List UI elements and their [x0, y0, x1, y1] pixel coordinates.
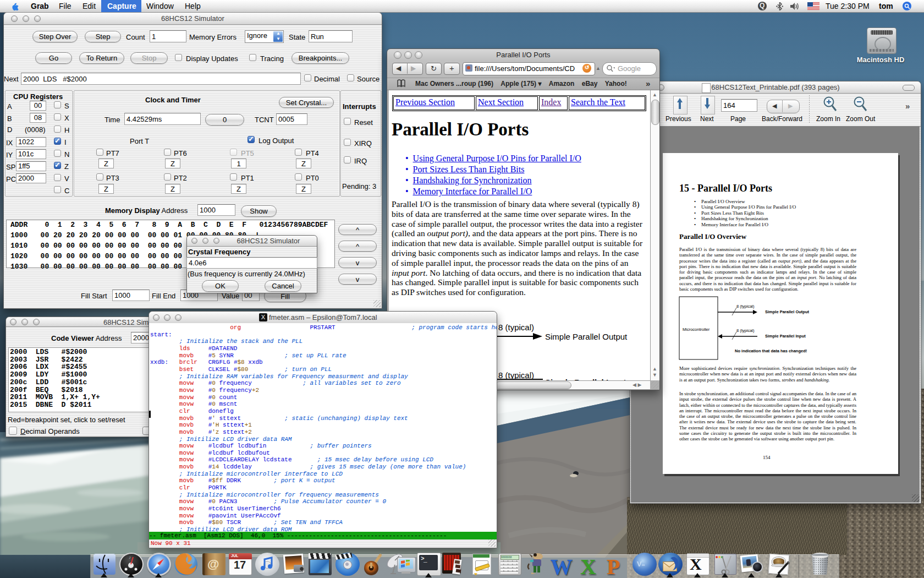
svg-text:♪: ♪ — [129, 555, 131, 560]
